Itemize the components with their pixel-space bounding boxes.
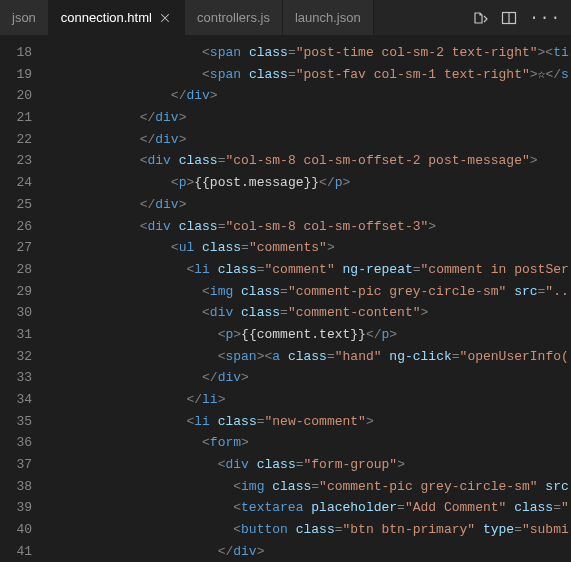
tab-connection-html[interactable]: connection.html: [49, 0, 185, 35]
code-line[interactable]: <div class="col-sm-8 col-sm-offset-2 pos…: [46, 150, 571, 172]
code-line[interactable]: <span class="post-fav col-sm-1 text-righ…: [46, 64, 571, 86]
code-editor[interactable]: 1819202122232425262728293031323334353637…: [0, 36, 571, 562]
code-line[interactable]: <p>{{post.message}}</p>: [46, 172, 571, 194]
code-line[interactable]: <div class="form-group">: [46, 454, 571, 476]
editor-actions: ···: [463, 0, 571, 35]
line-number: 37: [0, 454, 32, 476]
tab-partial-left[interactable]: json: [0, 0, 49, 35]
tab-controllers-js[interactable]: controllers.js: [185, 0, 283, 35]
line-number: 26: [0, 216, 32, 238]
line-number: 41: [0, 541, 32, 562]
line-number: 29: [0, 281, 32, 303]
tab-label: controllers.js: [197, 10, 270, 25]
code-line[interactable]: <li class="new-comment">: [46, 411, 571, 433]
line-number: 20: [0, 85, 32, 107]
code-line[interactable]: </div>: [46, 194, 571, 216]
code-line[interactable]: <img class="comment-pic grey-circle-sm" …: [46, 476, 571, 498]
code-content[interactable]: <span class="post-time col-sm-2 text-rig…: [46, 36, 571, 562]
tab-launch-json[interactable]: launch.json: [283, 0, 374, 35]
code-line[interactable]: <textarea placeholder="Add Comment" clas…: [46, 497, 571, 519]
code-line[interactable]: </div>: [46, 541, 571, 562]
line-number: 27: [0, 237, 32, 259]
tab-label: launch.json: [295, 10, 361, 25]
line-number: 36: [0, 432, 32, 454]
line-number: 18: [0, 42, 32, 64]
code-line[interactable]: </div>: [46, 107, 571, 129]
code-line[interactable]: <div class="comment-content">: [46, 302, 571, 324]
line-number: 28: [0, 259, 32, 281]
line-number: 21: [0, 107, 32, 129]
split-editor-icon[interactable]: [501, 10, 517, 26]
line-number: 22: [0, 129, 32, 151]
code-line[interactable]: </div>: [46, 367, 571, 389]
code-line[interactable]: <span class="post-time col-sm-2 text-rig…: [46, 42, 571, 64]
close-icon[interactable]: [158, 11, 172, 25]
line-number: 32: [0, 346, 32, 368]
code-line[interactable]: <img class="comment-pic grey-circle-sm" …: [46, 281, 571, 303]
more-actions-icon[interactable]: ···: [529, 9, 561, 27]
code-line[interactable]: <ul class="comments">: [46, 237, 571, 259]
line-number: 25: [0, 194, 32, 216]
tab-bar: json connection.html controllers.js laun…: [0, 0, 571, 36]
line-number: 33: [0, 367, 32, 389]
tab-label: json: [12, 10, 36, 25]
line-number: 31: [0, 324, 32, 346]
line-number: 23: [0, 150, 32, 172]
code-line[interactable]: </div>: [46, 85, 571, 107]
line-number-gutter: 1819202122232425262728293031323334353637…: [0, 36, 46, 562]
line-number: 39: [0, 497, 32, 519]
code-line[interactable]: <p>{{comment.text}}</p>: [46, 324, 571, 346]
code-line[interactable]: </li>: [46, 389, 571, 411]
line-number: 34: [0, 389, 32, 411]
code-line[interactable]: <div class="col-sm-8 col-sm-offset-3">: [46, 216, 571, 238]
code-line[interactable]: <form>: [46, 432, 571, 454]
code-line[interactable]: <button class="btn btn-primary" type="su…: [46, 519, 571, 541]
code-line[interactable]: <span><a class="hand" ng-click="openUser…: [46, 346, 571, 368]
line-number: 40: [0, 519, 32, 541]
line-number: 38: [0, 476, 32, 498]
line-number: 30: [0, 302, 32, 324]
line-number: 24: [0, 172, 32, 194]
code-line[interactable]: <li class="comment" ng-repeat="comment i…: [46, 259, 571, 281]
line-number: 19: [0, 64, 32, 86]
compare-changes-icon[interactable]: [473, 10, 489, 26]
line-number: 35: [0, 411, 32, 433]
code-line[interactable]: </div>: [46, 129, 571, 151]
tab-label: connection.html: [61, 10, 152, 25]
